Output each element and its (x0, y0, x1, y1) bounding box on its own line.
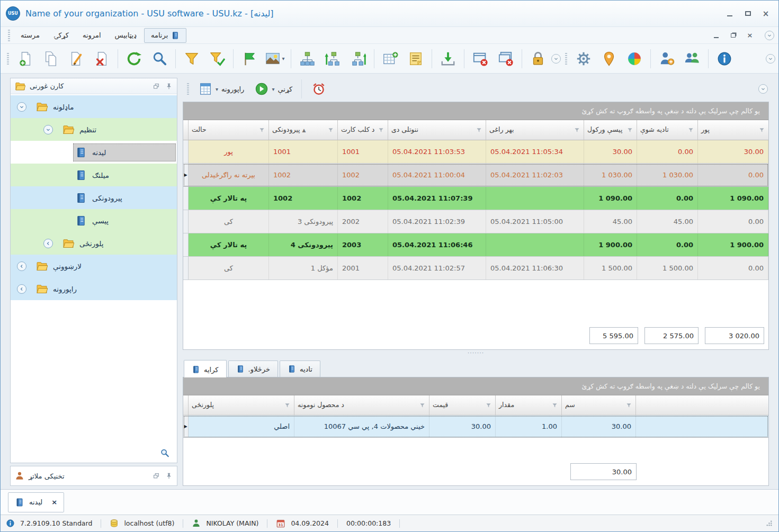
cell-paid[interactable]: 0.00 (637, 187, 698, 210)
cell-debt[interactable]: 0.00 (698, 257, 768, 279)
cell-paid[interactable]: 0.00 (637, 140, 698, 163)
expand-node-icon[interactable] (17, 284, 26, 294)
edit-record-button[interactable] (64, 47, 88, 70)
cell-customer[interactable]: 1002 (269, 187, 338, 210)
cell-customer[interactable]: پيرودونکی 3 (269, 210, 338, 233)
resize-grip[interactable] (765, 519, 773, 527)
column-header-club-card[interactable]: د کلب کارت (338, 120, 388, 140)
filter-icon[interactable] (687, 127, 694, 133)
cell-status[interactable]: بيرته نه راګرځيدلی (189, 164, 269, 186)
tree-item-directories[interactable]: لارښوونې (11, 255, 177, 277)
settings-button[interactable] (571, 47, 596, 70)
cell-customer[interactable]: 1002 (269, 164, 338, 186)
table-row[interactable]: ▶ بيرته نه راګرځيدلی 1002 1002 05.04.202… (183, 164, 768, 187)
expand-node-icon[interactable] (17, 262, 26, 271)
horizontal-splitter[interactable]: ······· (183, 350, 769, 356)
tree-item-billing[interactable]: ميلنګ (11, 164, 177, 186)
cell-left[interactable] (486, 233, 584, 256)
tree-item-reports[interactable]: راپورونه (11, 277, 177, 300)
timer-button[interactable] (307, 77, 331, 101)
filter-icon[interactable] (758, 127, 765, 133)
cell-status[interactable]: پور (189, 140, 269, 163)
cell-payout[interactable]: 1 030.00 (584, 164, 637, 186)
cell-payout[interactable]: 1 500.00 (584, 257, 637, 279)
cell-status[interactable]: کی (189, 210, 269, 233)
apply-filter-button[interactable] (205, 47, 229, 70)
table-row[interactable]: په تالار کې پيرودونکی 4 2003 05.04.2021 … (183, 233, 768, 257)
lock-button[interactable] (526, 47, 550, 70)
cell-debt[interactable]: 30.00 (698, 140, 768, 163)
filter-icon[interactable] (574, 127, 580, 133)
technical-support-panel[interactable]: تخنيکی ملاتړ (10, 466, 177, 486)
user-permissions-button[interactable] (655, 47, 679, 70)
column-header-entered[interactable]: ننوتلی دی (388, 120, 486, 140)
info-button[interactable] (712, 47, 737, 70)
column-header-price[interactable]: قيمت (429, 395, 496, 415)
tree-item-settings[interactable]: تنظيم (11, 118, 177, 141)
cell-left[interactable]: 05.04.2021 11:02:03 (486, 164, 584, 186)
expand-hierarchy-button[interactable] (346, 47, 370, 70)
tree-item-visit[interactable]: ليدنه (11, 141, 177, 164)
table-row[interactable]: کی مؤکل 1 2001 05.04.2021 11:02:57 05.04… (183, 257, 768, 280)
tab-sales[interactable]: خرڅلاو. (228, 360, 278, 377)
column-header-store[interactable]: پلورنځی (189, 395, 294, 415)
cell-status[interactable]: کی (189, 257, 269, 279)
cell-entered[interactable]: 05.04.2021 11:03:53 (388, 140, 486, 163)
drag-grip[interactable] (187, 83, 189, 95)
cell-left[interactable] (486, 187, 584, 210)
cell-left[interactable]: 05.04.2021 11:05:34 (486, 140, 584, 163)
cell-total[interactable]: 30.00 (562, 416, 636, 437)
menu-item-commands[interactable]: امرونه (76, 29, 108, 42)
tree-item-customer[interactable]: پيرودونکی (11, 186, 177, 209)
close-window-button[interactable] (468, 47, 493, 70)
mdi-minimize-button[interactable] (710, 30, 722, 41)
cell-customer[interactable]: مؤکل 1 (269, 257, 338, 279)
table-row[interactable]: ▶ اصلي خيني محصولات 4, پي سي 10067 30.00… (183, 416, 768, 438)
float-panel-icon[interactable] (153, 83, 160, 90)
cell-club-card[interactable]: 1002 (338, 187, 388, 210)
column-header-status[interactable]: حالت (189, 120, 269, 140)
grid-toolbar-overflow-button[interactable] (758, 84, 768, 94)
mdi-close-button[interactable]: × (744, 30, 756, 41)
tree-view-button[interactable] (295, 47, 319, 70)
flag-button[interactable] (237, 47, 262, 70)
collapse-node-icon[interactable] (17, 102, 26, 112)
add-row-button[interactable] (378, 47, 402, 70)
delete-record-button[interactable] (89, 47, 114, 70)
cell-paid[interactable]: 0.00 (637, 233, 698, 256)
column-header-product[interactable]: د محصول نومونه (294, 395, 429, 415)
notes-button[interactable] (404, 47, 428, 70)
drag-grip[interactable] (8, 30, 10, 41)
cell-debt[interactable]: 0.00 (698, 210, 768, 233)
more-options-button[interactable] (551, 54, 561, 64)
cell-entered[interactable]: 05.04.2021 11:00:04 (388, 164, 486, 186)
actions-button[interactable]: ▾ کړنې (250, 80, 297, 98)
float-panel-icon[interactable] (153, 472, 160, 480)
color-scheme-button[interactable] (622, 47, 647, 70)
users-button[interactable] (680, 47, 704, 70)
pin-icon[interactable] (165, 472, 173, 480)
menubar-overflow-button[interactable] (765, 31, 774, 40)
column-header-payout[interactable]: پيسې ورکول (584, 120, 637, 140)
menu-item-database[interactable]: ډيټابيس (109, 29, 143, 42)
image-view-button[interactable]: ▾ (263, 47, 287, 70)
cell-left[interactable]: 05.04.2021 11:05:00 (486, 210, 584, 233)
close-all-windows-button[interactable] (494, 47, 518, 70)
column-header-debt[interactable]: پور (698, 120, 768, 140)
cell-quantity[interactable]: 1.00 (496, 416, 562, 437)
cell-paid[interactable]: 45.00 (637, 210, 698, 233)
refresh-button[interactable] (122, 47, 146, 70)
close-button[interactable]: × (758, 8, 773, 20)
table-row[interactable]: پور 1001 1001 05.04.2021 11:03:53 05.04.… (183, 140, 768, 164)
close-tab-icon[interactable]: × (51, 498, 57, 506)
cell-product[interactable]: خيني محصولات 4, پي سي 10067 (294, 416, 429, 437)
column-header-customer[interactable]: پيرودونکی▲ (269, 120, 338, 140)
cell-payout[interactable]: 45.00 (584, 210, 637, 233)
filter-icon[interactable] (476, 127, 482, 133)
menu-item-help[interactable]: مرسته (14, 29, 46, 42)
import-button[interactable] (436, 47, 460, 70)
filter-button[interactable] (180, 47, 204, 70)
cell-entered[interactable]: 05.04.2021 11:02:39 (388, 210, 486, 233)
menu-item-program[interactable]: برنامه (144, 28, 186, 43)
copy-record-button[interactable] (39, 47, 63, 70)
